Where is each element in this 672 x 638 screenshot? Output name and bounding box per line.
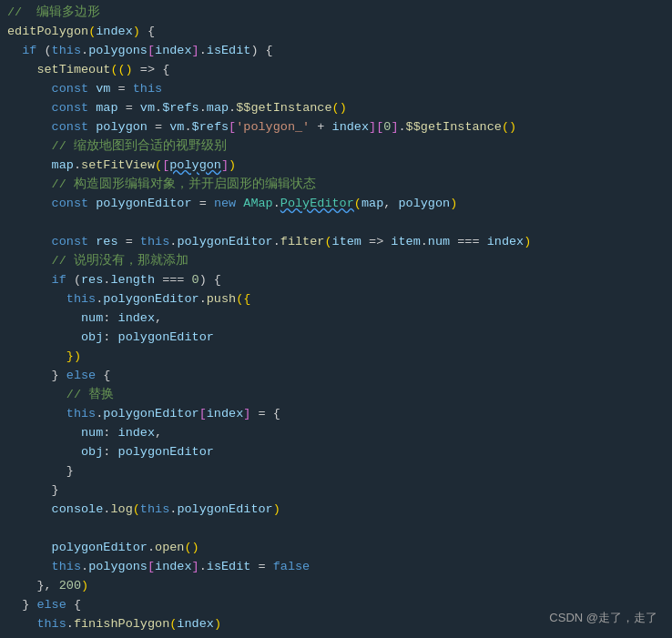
- code-text: console: [52, 501, 104, 520]
- code-text: ]: [192, 558, 199, 577]
- code-text: polygonEditor: [118, 329, 214, 348]
- code-text: [7, 405, 66, 424]
- code-text: [: [199, 405, 207, 424]
- code-text: .: [148, 539, 155, 558]
- code-text: log: [110, 501, 132, 520]
- code-text: .: [199, 99, 207, 118]
- code-text: push: [207, 290, 236, 309]
- code-text: [7, 157, 52, 176]
- code-text: ]: [369, 118, 376, 137]
- code-text: if: [22, 42, 36, 61]
- code-text: const: [52, 80, 89, 99]
- code-line: if (res.length === 0) {: [0, 271, 672, 290]
- code-text: [7, 558, 52, 577]
- code-line: this.polygons[index].isEdit = true: [0, 634, 672, 638]
- code-text: // 替换: [66, 386, 114, 405]
- code-text: ]: [243, 405, 250, 424]
- code-line: }: [0, 462, 672, 481]
- code-line: [0, 214, 672, 233]
- code-text: (: [354, 195, 361, 214]
- code-text: ): [133, 23, 140, 42]
- code-text: [7, 329, 81, 348]
- code-text: ): [81, 577, 88, 596]
- code-line: this.polygonEditor.push({: [0, 290, 672, 309]
- code-text: :: [103, 329, 117, 348]
- code-text: (: [66, 271, 81, 290]
- code-line: obj: polygonEditor: [0, 329, 672, 348]
- code-text: .: [421, 233, 428, 252]
- code-text: (): [332, 99, 347, 118]
- code-text: index: [487, 233, 524, 252]
- code-text: isEdit: [207, 558, 251, 577]
- code-text: (: [88, 23, 96, 42]
- code-text: ({: [236, 290, 250, 309]
- code-text: map: [96, 99, 117, 118]
- code-text: ===: [155, 271, 192, 290]
- code-text: num: [81, 424, 103, 443]
- code-text: [7, 386, 66, 405]
- code-text: map: [207, 99, 229, 118]
- code-text: [7, 233, 52, 252]
- code-text: this: [36, 615, 66, 634]
- code-text: }: [66, 462, 74, 481]
- code-line: // 替换: [0, 386, 672, 405]
- code-text: (: [169, 615, 177, 634]
- code-text: {: [140, 23, 155, 42]
- code-text: editPolygon: [7, 23, 88, 42]
- code-text: {: [66, 596, 81, 615]
- code-text: res: [96, 233, 117, 252]
- code-text: .: [74, 157, 81, 176]
- code-text: }: [52, 367, 66, 386]
- code-text: polygonEditor: [52, 539, 148, 558]
- code-line: // 编辑多边形: [0, 4, 672, 23]
- code-text: res: [81, 271, 103, 290]
- code-text: item: [391, 233, 420, 252]
- code-text: const: [52, 233, 89, 252]
- code-text: polygonEditor: [177, 233, 272, 252]
- code-text: this: [66, 405, 96, 424]
- code-text: index: [96, 23, 133, 42]
- code-text: [7, 501, 52, 520]
- code-line: map.setFitView([polygon]): [0, 157, 672, 176]
- code-text: const: [52, 99, 89, 118]
- code-text: }: [52, 481, 59, 501]
- code-text: .: [96, 290, 103, 309]
- code-text: item: [332, 233, 361, 252]
- code-line: const map = vm.$refs.map.$$getInstance(): [0, 99, 672, 118]
- code-text: [: [148, 42, 155, 61]
- code-text: .: [199, 558, 207, 577]
- code-text: ]: [192, 42, 199, 61]
- code-text: this: [52, 558, 81, 577]
- code-text: [7, 309, 81, 329]
- code-text: [7, 462, 66, 481]
- code-text: }: [22, 596, 36, 615]
- code-text: [: [148, 558, 155, 577]
- code-text: .: [199, 42, 207, 61]
- code-text: polygonEditor: [96, 195, 191, 214]
- code-text: .: [184, 634, 191, 638]
- code-text: else: [36, 596, 66, 615]
- code-line: }): [0, 348, 672, 367]
- code-text: ) {: [250, 42, 272, 61]
- code-text: .: [184, 118, 191, 137]
- code-text: [7, 520, 15, 539]
- code-text: ((): [110, 61, 132, 80]
- code-text: .: [169, 501, 177, 520]
- code-text: .: [273, 195, 280, 214]
- code-text: const: [52, 118, 89, 137]
- code-text: [88, 118, 96, 137]
- code-text: AMap: [243, 195, 272, 214]
- code-text: $refs: [192, 118, 229, 137]
- code-text: [: [376, 118, 383, 137]
- code-text: = {: [250, 405, 280, 424]
- code-text: [236, 195, 243, 214]
- code-line: // 构造圆形编辑对象，并开启圆形的编辑状态: [0, 176, 672, 195]
- code-text: // 说明没有，那就添加: [52, 252, 188, 271]
- code-text: finishPolygon: [74, 615, 169, 634]
- code-text: this: [140, 501, 169, 520]
- code-text: false: [273, 558, 311, 577]
- code-text: .: [398, 118, 405, 137]
- code-line: // 缩放地图到合适的视野级别: [0, 137, 672, 157]
- code-text: [7, 176, 52, 195]
- code-text: [7, 195, 52, 214]
